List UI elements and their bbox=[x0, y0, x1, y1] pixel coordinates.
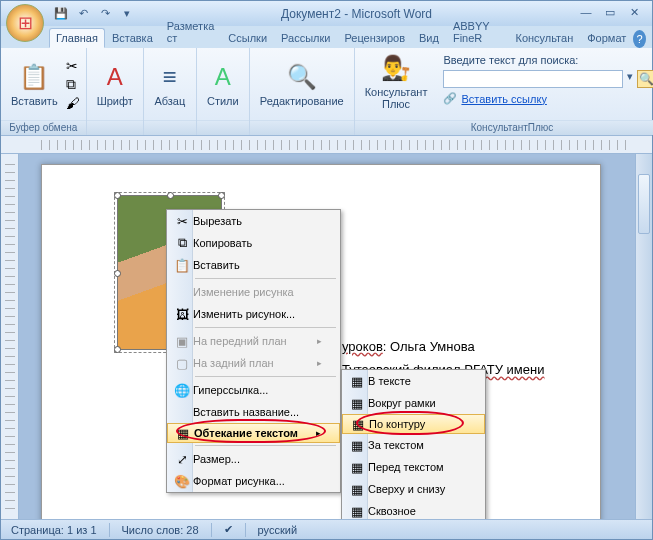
font-icon: A bbox=[99, 61, 131, 93]
wrap-behind[interactable]: ▦За текстом bbox=[342, 434, 485, 456]
picture-icon: 🖼 bbox=[171, 307, 193, 322]
search-label: Введите текст для поиска: bbox=[443, 54, 653, 66]
insert-link-button[interactable]: Вставить ссылку bbox=[461, 93, 546, 105]
wrap-inline-icon: ▦ bbox=[346, 374, 368, 389]
close-button[interactable]: ✕ bbox=[626, 6, 642, 22]
ctx-copy[interactable]: ⧉Копировать bbox=[167, 232, 340, 254]
qat-dropdown-icon[interactable]: ▾ bbox=[119, 6, 135, 22]
office-button[interactable]: ⊞ bbox=[6, 4, 44, 42]
ctx-edit-picture: Изменение рисунка bbox=[167, 281, 340, 303]
ctx-paste[interactable]: 📋Вставить bbox=[167, 254, 340, 276]
styles-button[interactable]: A Стили bbox=[203, 59, 243, 109]
status-wordcount[interactable]: Число слов: 28 bbox=[122, 524, 199, 536]
proofing-icon[interactable]: ✔ bbox=[224, 523, 233, 536]
tab-references[interactable]: Ссылки bbox=[221, 28, 274, 48]
wrap-through[interactable]: ▦Сквозное bbox=[342, 500, 485, 519]
wrap-front[interactable]: ▦Перед текстом bbox=[342, 456, 485, 478]
wrap-inline[interactable]: ▦В тексте bbox=[342, 370, 485, 392]
ctx-change-picture[interactable]: 🖼Изменить рисунок... bbox=[167, 303, 340, 325]
paste-button[interactable]: 📋 Вставить bbox=[7, 59, 62, 109]
ctx-cut[interactable]: ✂Вырезать bbox=[167, 210, 340, 232]
tab-consultant[interactable]: Консультан bbox=[508, 28, 580, 48]
horizontal-ruler[interactable] bbox=[1, 136, 652, 154]
format-painter-icon[interactable]: 🖌 bbox=[66, 95, 80, 111]
wrap-behind-icon: ▦ bbox=[346, 438, 368, 453]
tab-insert[interactable]: Вставка bbox=[105, 28, 160, 48]
wrap-topbottom[interactable]: ▦Сверху и снизу bbox=[342, 478, 485, 500]
wrap-submenu: ▦В тексте ▦Вокруг рамки ▦По контуру ▦За … bbox=[341, 369, 486, 519]
editing-button[interactable]: 🔍 Редактирование bbox=[256, 59, 348, 109]
tab-layout[interactable]: Разметка ст bbox=[160, 16, 222, 48]
cut-icon[interactable]: ✂ bbox=[66, 58, 80, 74]
size-icon: ⤢ bbox=[171, 452, 193, 467]
save-icon[interactable]: 💾 bbox=[53, 6, 69, 22]
paragraph-button[interactable]: ≡ Абзац bbox=[150, 59, 190, 109]
wrap-square-icon: ▦ bbox=[346, 396, 368, 411]
status-language[interactable]: русский bbox=[258, 524, 297, 536]
ctx-hyperlink[interactable]: 🌐Гиперссылка... bbox=[167, 379, 340, 401]
consultant-button[interactable]: 👨‍⚖️ Консультант Плюс bbox=[361, 50, 432, 112]
wrap-through-icon: ▦ bbox=[346, 504, 368, 519]
styles-icon: A bbox=[207, 61, 239, 93]
copy-icon[interactable]: ⧉ bbox=[66, 76, 80, 93]
undo-icon[interactable]: ↶ bbox=[75, 6, 91, 22]
wrap-tight-icon: ▦ bbox=[347, 417, 369, 432]
redo-icon[interactable]: ↷ bbox=[97, 6, 113, 22]
restore-button[interactable]: ▭ bbox=[602, 6, 618, 22]
tab-abbyy[interactable]: ABBYY FineR bbox=[446, 16, 509, 48]
wrap-tight[interactable]: ▦По контуру bbox=[342, 414, 485, 434]
minimize-button[interactable]: — bbox=[578, 6, 594, 22]
scissors-icon: ✂ bbox=[171, 214, 193, 229]
tab-review[interactable]: Рецензиров bbox=[337, 28, 412, 48]
font-button[interactable]: A Шрифт bbox=[93, 59, 137, 109]
ctx-text-wrapping[interactable]: ▦Обтекание текстом▸ bbox=[167, 423, 340, 443]
context-menu: ✂Вырезать ⧉Копировать 📋Вставить Изменени… bbox=[166, 209, 341, 493]
status-page[interactable]: Страница: 1 из 1 bbox=[11, 524, 97, 536]
ctx-caption[interactable]: Вставить название... bbox=[167, 401, 340, 423]
search-input[interactable] bbox=[443, 70, 623, 88]
clipboard-icon: 📋 bbox=[18, 61, 50, 93]
group-clipboard: Буфер обмена bbox=[1, 120, 86, 135]
tab-view[interactable]: Вид bbox=[412, 28, 446, 48]
globe-icon: 🌐 bbox=[171, 383, 193, 398]
group-consultant: КонсультантПлюс bbox=[355, 120, 653, 135]
ctx-bring-front: ▣На передний план▸ bbox=[167, 330, 340, 352]
tab-format[interactable]: Формат bbox=[580, 28, 633, 48]
search-go-button[interactable]: 🔍 bbox=[637, 70, 653, 88]
paragraph-icon: ≡ bbox=[154, 61, 186, 93]
tab-home[interactable]: Главная bbox=[49, 28, 105, 48]
wrap-front-icon: ▦ bbox=[346, 460, 368, 475]
consultant-icon: 👨‍⚖️ bbox=[380, 52, 412, 84]
vertical-ruler[interactable] bbox=[1, 154, 19, 519]
ctx-format-picture[interactable]: 🎨Формат рисунка... bbox=[167, 470, 340, 492]
copy-icon: ⧉ bbox=[171, 235, 193, 251]
paste-icon: 📋 bbox=[171, 258, 193, 273]
wrap-topbot-icon: ▦ bbox=[346, 482, 368, 497]
help-button[interactable]: ? bbox=[633, 30, 646, 48]
wrap-square[interactable]: ▦Вокруг рамки bbox=[342, 392, 485, 414]
ribbon-tabs: Главная Вставка Разметка ст Ссылки Рассы… bbox=[1, 26, 652, 48]
ctx-size[interactable]: ⤢Размер... bbox=[167, 448, 340, 470]
tab-mailings[interactable]: Рассылки bbox=[274, 28, 337, 48]
binoculars-icon: 🔍 bbox=[286, 61, 318, 93]
link-icon: 🔗 bbox=[443, 92, 457, 105]
vertical-scrollbar[interactable] bbox=[635, 154, 652, 519]
format-icon: 🎨 bbox=[171, 474, 193, 489]
ctx-send-back: ▢На задний план▸ bbox=[167, 352, 340, 374]
wrap-icon: ▦ bbox=[172, 426, 194, 441]
